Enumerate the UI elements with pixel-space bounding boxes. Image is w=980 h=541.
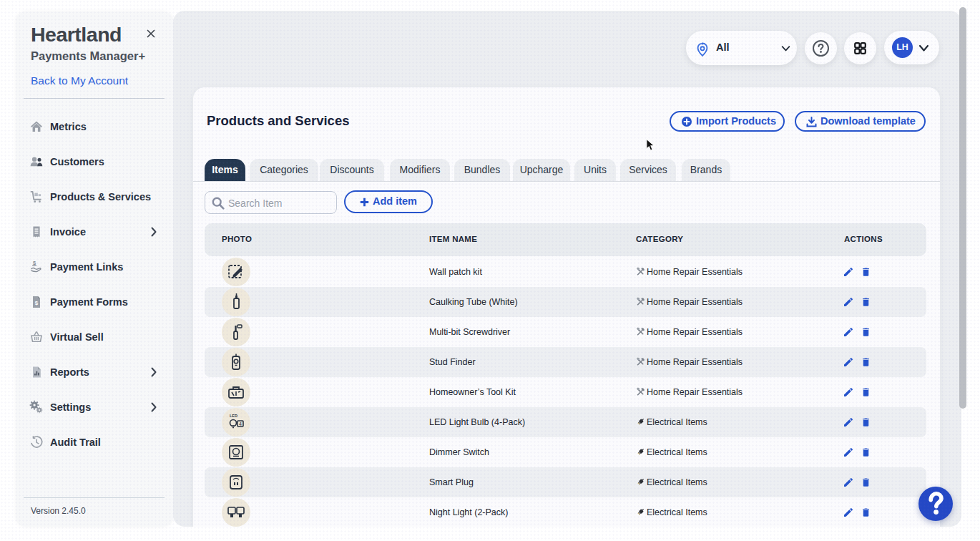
svg-text:$: $ [35, 300, 39, 306]
svg-text:4: 4 [239, 421, 242, 427]
svg-text:LED: LED [230, 414, 237, 418]
